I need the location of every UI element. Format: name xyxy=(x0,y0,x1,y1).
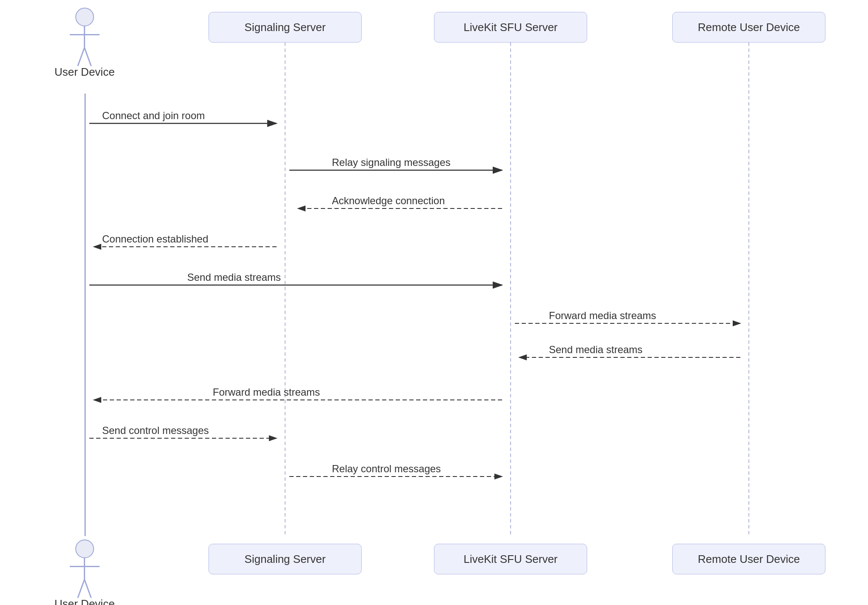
msg-forward-media-2: Forward media streams xyxy=(213,386,320,398)
remote-label-bottom: Remote User Device xyxy=(698,553,800,566)
msg-connect-join: Connect and join room xyxy=(102,110,205,122)
msg-acknowledge: Acknowledge connection xyxy=(332,195,445,207)
signaling-label-top: Signaling Server xyxy=(245,21,326,34)
remote-label-top: Remote User Device xyxy=(698,21,800,34)
actor-user-device-top: User Device xyxy=(54,8,115,79)
actor-head-bottom xyxy=(75,539,94,558)
actor-signaling-top: Signaling Server xyxy=(208,12,362,43)
diagram-container: User Device Signaling Server LiveKit SFU… xyxy=(0,0,868,605)
actor-remote-bottom: Remote User Device xyxy=(672,544,825,574)
msg-send-media-2: Send media streams xyxy=(549,344,642,356)
livekit-label-bottom: LiveKit SFU Server xyxy=(463,553,557,566)
livekit-label-top: LiveKit SFU Server xyxy=(463,21,557,34)
actor-livekit-top: LiveKit SFU Server xyxy=(434,12,587,43)
msg-relay-signaling: Relay signaling messages xyxy=(332,157,451,168)
actor-user-device-bottom: User Device xyxy=(54,539,115,605)
signaling-label-bottom: Signaling Server xyxy=(245,553,326,566)
actor-head xyxy=(75,8,94,26)
msg-send-media-1: Send media streams xyxy=(187,271,281,283)
msg-send-control: Send control messages xyxy=(102,425,209,437)
msg-forward-media-1: Forward media streams xyxy=(549,310,656,322)
arrows-svg xyxy=(0,0,868,605)
msg-connection-established: Connection established xyxy=(102,233,208,245)
actor-signaling-bottom: Signaling Server xyxy=(208,544,362,574)
actor-livekit-bottom: LiveKit SFU Server xyxy=(434,544,587,574)
actor-remote-top: Remote User Device xyxy=(672,12,825,43)
msg-relay-control: Relay control messages xyxy=(332,463,441,475)
